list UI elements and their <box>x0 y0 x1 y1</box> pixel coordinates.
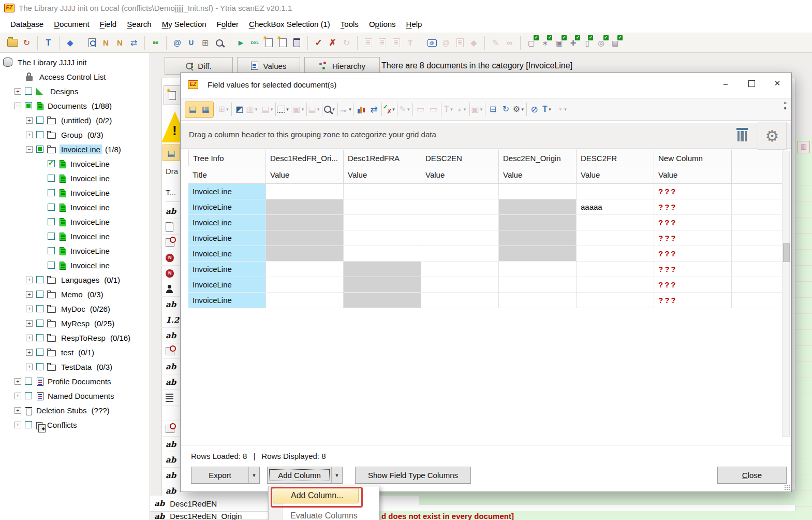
tree-checkbox-unchecked[interactable] <box>48 218 55 225</box>
tree-item-designs[interactable]: +Designs <box>0 84 150 98</box>
view-grid-icon[interactable]: ▦ <box>199 103 212 116</box>
tree-info-cell[interactable]: InvoiceLine <box>188 246 266 262</box>
tree-info-cell[interactable]: InvoiceLine <box>188 230 266 246</box>
tree-checkbox-unchecked[interactable] <box>36 117 43 124</box>
tree-expander[interactable]: + <box>26 349 33 356</box>
subheader-cell[interactable]: Value <box>577 166 654 184</box>
gear-icon[interactable]: ⚙ <box>758 122 787 150</box>
value-cell[interactable] <box>499 293 577 308</box>
row-height-icon[interactable]: ▭ <box>414 103 427 116</box>
tree-checkbox-filled[interactable] <box>25 102 32 109</box>
value-cell[interactable] <box>344 246 421 262</box>
trash-icon[interactable] <box>735 128 749 142</box>
dropdown-arrow-icon[interactable]: ▾ <box>316 107 321 112</box>
value-cell[interactable]: ??? <box>654 277 732 293</box>
tree-item-the-library-jjjj-init[interactable]: The Library JJJJ init <box>0 55 150 69</box>
value-cell[interactable] <box>499 230 577 246</box>
remove-rows-icon[interactable]: ⊟ <box>486 103 499 116</box>
broom-icon[interactable]: ✎ <box>489 36 503 50</box>
tree-expander[interactable]: + <box>14 422 21 428</box>
tree-checkbox-unchecked[interactable] <box>36 334 43 341</box>
value-cell[interactable] <box>421 199 499 215</box>
menu-item-document[interactable]: Document <box>49 17 94 32</box>
export-button[interactable]: Export ▼ <box>191 467 260 484</box>
export-dxl-icon[interactable]: DXL <box>248 36 262 50</box>
tree-item-invoiceline[interactable]: InvoiceLine <box>0 185 150 200</box>
tree-item-named-documents[interactable]: +Named Documents <box>0 388 150 403</box>
preview-document-icon[interactable] <box>85 36 99 50</box>
tab-diff[interactable]: Diff. <box>165 57 233 75</box>
column-header-new-column[interactable]: New Column <box>654 150 732 166</box>
tree-checkbox-unchecked[interactable] <box>25 392 32 399</box>
binoculars-icon[interactable]: ∞ <box>503 36 516 50</box>
value-cell[interactable] <box>344 230 421 246</box>
dropdown-arrow-icon[interactable]: ▾ <box>563 107 568 112</box>
tree-expander[interactable]: + <box>26 320 33 327</box>
view-list-icon[interactable]: ▤ <box>186 103 199 116</box>
at-card-icon[interactable]: @ <box>439 36 453 50</box>
subheader-cell[interactable]: Value <box>421 166 499 184</box>
menu-item-evaluate-columns[interactable]: Evaluate Columns <box>283 508 377 520</box>
tree-expander[interactable]: + <box>14 88 21 95</box>
ini-settings-icon[interactable]: INI <box>149 36 163 50</box>
dropdown-arrow-icon[interactable]: ▾ <box>348 107 352 112</box>
copy-cells-icon[interactable]: ▣▾ <box>292 103 305 116</box>
subheader-cell[interactable]: Value <box>654 166 732 184</box>
tree-checkbox-unchecked[interactable] <box>36 305 43 312</box>
tree-checkbox-unchecked[interactable] <box>25 378 32 385</box>
tree-item-resptoresp[interactable]: +RespToResp(0/16) <box>0 330 150 345</box>
tree-expander[interactable]: − <box>14 103 21 109</box>
select-checked-icon[interactable]: ▢ <box>524 36 538 50</box>
dropdown-arrow-icon[interactable]: ▾ <box>449 107 454 112</box>
value-cell[interactable] <box>499 215 577 230</box>
tree-expander[interactable]: + <box>26 364 33 370</box>
search-unid-icon[interactable]: U <box>184 36 198 50</box>
paste-multi-icon[interactable] <box>375 36 389 50</box>
tree-item-profile-documents[interactable]: +Profile Documents <box>0 374 150 388</box>
value-cell[interactable] <box>499 277 577 293</box>
open-all-in-notes-icon[interactable]: N <box>113 36 127 50</box>
select-star-icon[interactable]: ∗ <box>538 36 552 50</box>
tree-expander[interactable]: + <box>26 291 33 298</box>
tree-info-cell[interactable]: InvoiceLine <box>188 215 266 230</box>
tree-item-invoiceline[interactable]: InvoiceLine <box>0 171 150 185</box>
tree-expander[interactable]: + <box>26 306 33 312</box>
tree-checkbox-unchecked[interactable] <box>36 320 43 327</box>
group-add-icon[interactable]: ⊞▾ <box>217 103 230 116</box>
value-cell[interactable] <box>499 199 577 215</box>
close-button[interactable]: Close <box>717 467 787 484</box>
dropdown-arrow-icon[interactable]: ▾ <box>331 107 336 112</box>
tree-item-invoiceline[interactable]: InvoiceLine <box>0 214 150 229</box>
column-header-desc2en-origin[interactable]: Desc2EN_Origin <box>499 150 577 166</box>
select-moved-icon[interactable]: ✚ <box>566 36 580 50</box>
tools-save-icon[interactable]: ⚙▾ <box>512 103 525 116</box>
menu-item-tools[interactable]: Tools <box>335 17 364 32</box>
value-cell[interactable] <box>499 184 577 199</box>
value-cell[interactable] <box>577 230 654 246</box>
navigator-document-icon[interactable]: ◆ <box>467 36 481 50</box>
select-copies-icon[interactable]: ▣ <box>552 36 566 50</box>
commit-icon[interactable]: ✓ <box>312 36 326 50</box>
value-cell[interactable]: ??? <box>654 184 732 199</box>
tree-item-invoiceline[interactable]: InvoiceLine <box>0 258 150 272</box>
column-header-desc2fr[interactable]: DESC2FR <box>577 150 654 166</box>
value-cell[interactable] <box>421 215 499 230</box>
clipboard-title-icon[interactable]: T <box>403 36 417 50</box>
tree-checkbox-unchecked[interactable] <box>36 131 43 138</box>
show-field-type-columns-button[interactable]: Show Field Type Columns <box>355 467 471 484</box>
value-cell[interactable] <box>577 184 654 199</box>
tree-item-invoiceline[interactable]: InvoiceLine <box>0 200 150 214</box>
value-cell[interactable] <box>344 262 421 277</box>
value-cell[interactable] <box>577 277 654 293</box>
tab-hierarchy[interactable]: Hierarchy <box>304 57 380 75</box>
menu-item-field[interactable]: Field <box>95 17 122 32</box>
tree-info-cell[interactable]: InvoiceLine <box>188 262 266 277</box>
tree-expander[interactable]: + <box>26 117 33 124</box>
add-column-dropdown-arrow-icon[interactable]: ▼ <box>331 467 342 483</box>
dropdown-arrow-icon[interactable]: ▾ <box>225 107 230 112</box>
edit-field-icon[interactable]: ✎▾ <box>398 103 411 116</box>
value-cell[interactable]: ??? <box>654 246 732 262</box>
dropdown-arrow-icon[interactable]: ▾ <box>301 107 305 112</box>
paste-document-icon[interactable] <box>361 36 375 50</box>
date-format-icon[interactable]: T▾ <box>442 103 455 116</box>
